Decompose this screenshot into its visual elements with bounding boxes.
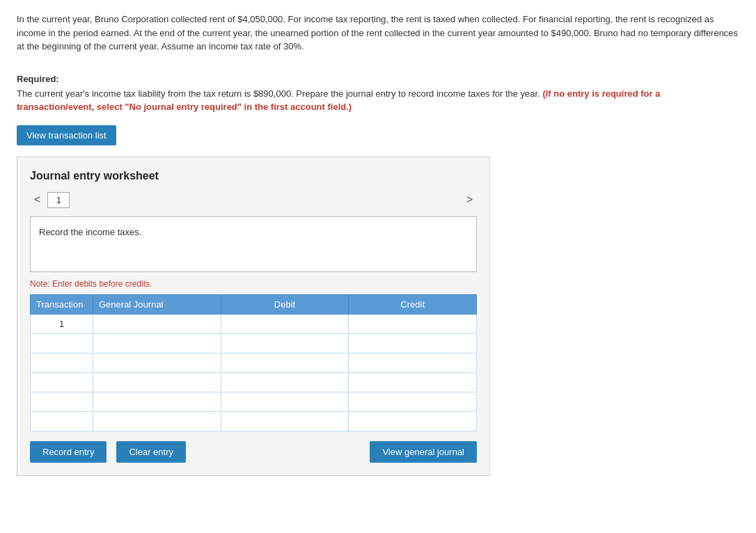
journal-input-6[interactable]	[93, 412, 221, 431]
debit-input-3[interactable]	[221, 353, 349, 372]
prev-tab-button[interactable]: <	[30, 192, 45, 207]
col-header-transaction: Transaction	[31, 294, 93, 314]
next-tab-button[interactable]: >	[462, 192, 477, 207]
view-transaction-button[interactable]: View transaction list	[17, 125, 116, 145]
button-row: Record entry Clear entry View general jo…	[30, 441, 477, 463]
tab-description-box: Record the income taxes.	[30, 216, 477, 272]
debit-input-5[interactable]	[221, 392, 349, 411]
credit-cell-2[interactable]	[349, 333, 477, 353]
debit-cell-3[interactable]	[221, 353, 349, 372]
credit-cell-5[interactable]	[349, 392, 477, 411]
transaction-num-2	[31, 333, 93, 353]
table-row	[31, 353, 477, 372]
debit-cell-2[interactable]	[221, 333, 349, 353]
debit-input-6[interactable]	[221, 412, 349, 431]
credit-input-4[interactable]	[349, 373, 476, 392]
worksheet-title: Journal entry worksheet	[30, 170, 477, 182]
transaction-num-4	[31, 372, 93, 392]
debit-cell-5[interactable]	[221, 392, 349, 411]
required-section: Required: The current year's income tax …	[17, 74, 739, 114]
table-row	[31, 372, 477, 392]
tab-number: 1	[47, 192, 70, 208]
worksheet-container: Journal entry worksheet < 1 > Record the…	[17, 157, 490, 476]
credit-input-1[interactable]	[349, 315, 476, 333]
intro-paragraph: In the current year, Bruno Corporation c…	[17, 13, 739, 54]
journal-input-2[interactable]	[93, 334, 221, 353]
transaction-num-3	[31, 353, 93, 372]
credit-cell-1[interactable]	[349, 314, 477, 333]
journal-cell-4[interactable]	[93, 372, 221, 392]
note-text: Note: Enter debits before credits.	[30, 279, 477, 289]
journal-input-5[interactable]	[93, 392, 221, 411]
record-entry-button[interactable]: Record entry	[30, 441, 107, 463]
transaction-num-5	[31, 392, 93, 411]
journal-cell-2[interactable]	[93, 333, 221, 353]
journal-input-1[interactable]	[93, 315, 221, 333]
required-text: The current year's income tax liability …	[17, 87, 739, 114]
debit-cell-1[interactable]	[221, 314, 349, 333]
credit-input-5[interactable]	[349, 392, 476, 411]
credit-cell-3[interactable]	[349, 353, 477, 372]
credit-input-2[interactable]	[349, 334, 476, 353]
transaction-num-1: 1	[31, 314, 93, 333]
journal-cell-6[interactable]	[93, 411, 221, 431]
transaction-num-6	[31, 411, 93, 431]
col-header-debit: Debit	[221, 294, 349, 314]
col-header-general-journal: General Journal	[93, 294, 221, 314]
required-text-plain: The current year's income tax liability …	[17, 88, 542, 99]
journal-cell-3[interactable]	[93, 353, 221, 372]
credit-cell-4[interactable]	[349, 372, 477, 392]
debit-cell-6[interactable]	[221, 411, 349, 431]
tab-description-text: Record the income taxes.	[39, 227, 141, 237]
required-label: Required:	[17, 74, 739, 84]
credit-input-6[interactable]	[349, 412, 476, 431]
journal-input-4[interactable]	[93, 373, 221, 392]
journal-table: Transaction General Journal Debit Credit…	[30, 294, 477, 431]
debit-cell-4[interactable]	[221, 372, 349, 392]
clear-entry-button[interactable]: Clear entry	[116, 441, 186, 463]
view-general-journal-button[interactable]: View general journal	[370, 441, 477, 463]
col-header-credit: Credit	[349, 294, 477, 314]
journal-input-3[interactable]	[93, 353, 221, 372]
table-row	[31, 392, 477, 411]
table-row	[31, 333, 477, 353]
journal-cell-5[interactable]	[93, 392, 221, 411]
credit-cell-6[interactable]	[349, 411, 477, 431]
tab-navigation: < 1 >	[30, 192, 477, 208]
debit-input-4[interactable]	[221, 373, 349, 392]
journal-cell-1[interactable]	[93, 314, 221, 333]
credit-input-3[interactable]	[349, 353, 476, 372]
table-row: 1	[31, 314, 477, 333]
table-row	[31, 411, 477, 431]
debit-input-2[interactable]	[221, 334, 349, 353]
debit-input-1[interactable]	[221, 315, 349, 333]
